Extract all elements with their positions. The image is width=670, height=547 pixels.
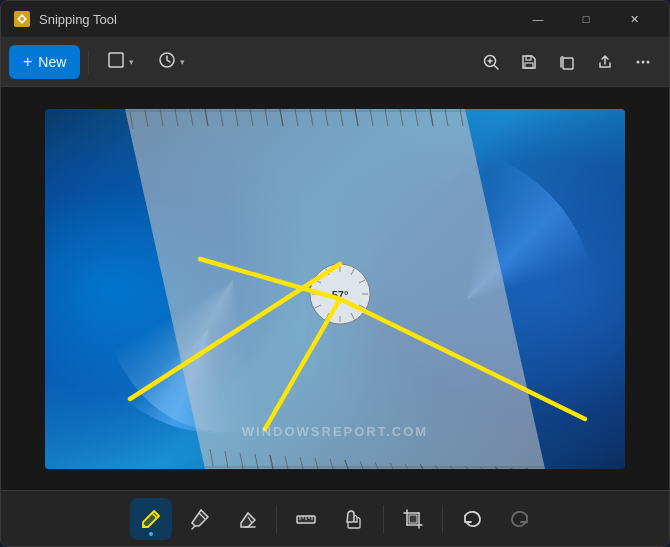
snip-mode-button[interactable]: ▾ [97,45,144,79]
screenshot-container: 57° [45,109,625,469]
svg-rect-7 [563,58,573,69]
zoom-in-button[interactable] [473,45,509,79]
new-button-label: New [38,54,66,70]
eraser-button[interactable] [226,498,268,540]
svg-point-8 [637,60,640,63]
toolbar-right [473,45,661,79]
title-bar: Snipping Tool — □ ✕ [1,1,669,37]
window-controls: — □ ✕ [515,3,657,35]
delay-icon [158,51,176,72]
toolbar-divider-1 [88,50,89,74]
copy-button[interactable] [549,45,585,79]
maximize-button[interactable]: □ [563,3,609,35]
snip-mode-icon [107,51,125,72]
bottom-divider-2 [383,505,384,533]
svg-point-10 [647,60,650,63]
snip-mode-chevron: ▾ [129,57,134,67]
svg-point-1 [20,17,24,21]
window-title: Snipping Tool [39,12,515,27]
bottom-divider-3 [442,505,443,533]
top-toolbar: + New ▾ ▾ [1,37,669,87]
plus-icon: + [23,53,32,71]
svg-rect-2 [109,53,123,67]
bottom-divider-1 [276,505,277,533]
new-button[interactable]: + New [9,45,80,79]
save-button[interactable] [511,45,547,79]
svg-rect-5 [526,56,531,60]
ballpoint-pen-button[interactable] [130,498,172,540]
more-button[interactable] [625,45,661,79]
undo-button[interactable] [451,498,493,540]
delay-button[interactable]: ▾ [148,45,195,79]
app-icon [13,10,31,28]
close-button[interactable]: ✕ [611,3,657,35]
wallpaper: 57° [45,109,625,469]
bloom-bg [45,109,625,469]
minimize-button[interactable]: — [515,3,561,35]
crop-button[interactable] [392,498,434,540]
delay-chevron: ▾ [180,57,185,67]
snipping-tool-window: Snipping Tool — □ ✕ + New ▾ [0,0,670,547]
share-button[interactable] [587,45,623,79]
bottom-toolbar [1,490,669,546]
svg-rect-89 [409,515,417,523]
redo-button[interactable] [499,498,541,540]
watermark: WINDOWSREPORT.COM [242,424,428,439]
svg-point-9 [642,60,645,63]
highlighter-button[interactable] [178,498,220,540]
active-indicator [149,532,153,536]
canvas-area[interactable]: 57° [1,87,669,490]
ruler-button[interactable] [285,498,327,540]
touch-writing-button[interactable] [333,498,375,540]
